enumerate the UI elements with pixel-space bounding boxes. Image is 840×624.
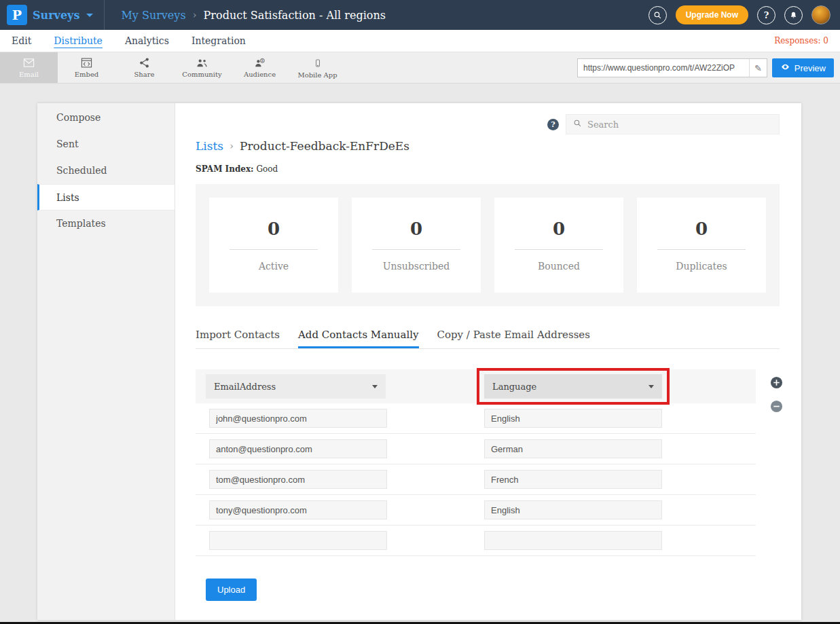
table-row <box>196 526 756 556</box>
list-breadcrumb: Lists › Product-Feedback-EnFrDeEs <box>196 139 780 153</box>
language-input[interactable] <box>484 500 662 519</box>
email-sidebar: Compose Sent Scheduled Lists Templates <box>37 103 175 620</box>
toolbar-item-label: Mobile App <box>297 71 337 79</box>
table-row <box>196 495 756 526</box>
distribute-toolbar: Email Embed Share Community $ Audience M… <box>0 52 840 84</box>
divider <box>515 249 603 250</box>
tab-import-contacts[interactable]: Import Contacts <box>196 329 280 348</box>
language-input[interactable] <box>484 470 662 489</box>
edit-url-pencil-icon[interactable]: ✎ <box>749 59 767 77</box>
select-value: Language <box>492 382 536 392</box>
email-input[interactable] <box>209 409 387 428</box>
stat-label: Duplicates <box>676 261 727 272</box>
spam-index-value: Good <box>256 164 278 174</box>
language-field-select[interactable]: Language <box>484 374 662 399</box>
contacts-table-header: EmailAddress Language <box>196 369 756 403</box>
search-box <box>566 114 780 134</box>
topbar-actions: Upgrade Now ? <box>649 5 840 24</box>
survey-url-input[interactable] <box>578 63 749 73</box>
tab-add-contacts-manually[interactable]: Add Contacts Manually <box>298 329 418 348</box>
email-input[interactable] <box>209 500 387 519</box>
tab-copy-paste-email-addresses[interactable]: Copy / Paste Email Addresses <box>437 329 590 348</box>
email-input[interactable] <box>209 531 387 550</box>
search-input[interactable] <box>587 120 772 130</box>
avatar[interactable] <box>811 5 830 24</box>
language-input[interactable] <box>484 439 662 458</box>
breadcrumb-separator-icon: › <box>193 9 197 21</box>
breadcrumb: My Surveys › Product Satisfaction - All … <box>121 9 386 22</box>
remove-row-button[interactable] <box>770 400 783 416</box>
table-row <box>196 434 756 464</box>
help-icon[interactable]: ? <box>757 6 775 24</box>
sidebar-item-sent[interactable]: Sent <box>37 131 175 158</box>
email-icon <box>22 57 36 69</box>
select-value: EmailAddress <box>214 382 276 392</box>
community-icon <box>195 57 209 69</box>
lists-content: ? Lists › Product-Feedback-EnFrDeEs SPAM… <box>175 103 801 620</box>
toolbar-item-mobile-app[interactable]: Mobile App <box>289 52 346 83</box>
tab-analytics[interactable]: Analytics <box>125 35 169 46</box>
stat-card-unsubscribed: 0 Unsubscribed <box>352 198 481 293</box>
toolbar-item-community[interactable]: Community <box>173 52 231 83</box>
notifications-bell-icon[interactable] <box>784 6 803 24</box>
sidebar-item-scheduled[interactable]: Scheduled <box>37 158 175 184</box>
topbar: P Surveys My Surveys › Product Satisfact… <box>0 0 840 30</box>
breadcrumb-lists-link[interactable]: Lists <box>196 139 223 153</box>
questionpro-logo-icon: P <box>7 5 27 25</box>
toolbar-item-label: Community <box>182 71 221 78</box>
email-input[interactable] <box>209 470 387 489</box>
language-input[interactable] <box>484 409 662 428</box>
tab-edit[interactable]: Edit <box>12 35 31 46</box>
spam-index-label: SPAM Index: <box>196 164 254 174</box>
sidebar-item-lists[interactable]: Lists <box>37 184 175 210</box>
preview-button[interactable]: Preview <box>772 58 834 77</box>
chevron-down-icon <box>649 385 654 388</box>
share-icon <box>138 57 151 69</box>
product-switcher[interactable]: P Surveys <box>0 0 105 30</box>
stat-value: 0 <box>695 219 708 239</box>
sidebar-item-compose[interactable]: Compose <box>37 105 175 131</box>
toolbar-item-label: Email <box>19 71 39 78</box>
page-title: Product Satisfaction - All regions <box>204 9 386 22</box>
toolbar-item-audience[interactable]: $ Audience <box>231 52 289 83</box>
email-input[interactable] <box>209 439 387 458</box>
eye-icon <box>780 62 790 73</box>
toolbar-item-share[interactable]: Share <box>115 52 173 83</box>
contacts-table: EmailAddress Language <box>196 369 756 620</box>
page-body: Compose Sent Scheduled Lists Templates ?… <box>0 84 840 622</box>
upload-button[interactable]: Upload <box>206 579 257 601</box>
stat-card-active: 0 Active <box>209 198 338 293</box>
spam-index: SPAM Index: Good <box>196 164 780 174</box>
stat-value: 0 <box>268 219 280 239</box>
toolbar-item-embed[interactable]: Embed <box>58 52 115 83</box>
content-top-row: ? <box>196 114 780 134</box>
audience-icon: $ <box>253 57 267 69</box>
tab-distribute[interactable]: Distribute <box>54 35 103 46</box>
sidebar-item-templates[interactable]: Templates <box>37 210 175 237</box>
divider <box>657 249 746 250</box>
responses-count[interactable]: Responses: 0 <box>774 36 828 45</box>
search-icon <box>573 118 582 130</box>
chevron-down-icon <box>86 14 93 17</box>
add-row-button[interactable] <box>770 376 783 392</box>
breadcrumb-my-surveys[interactable]: My Surveys <box>121 9 185 22</box>
toolbar-item-label: Audience <box>244 71 276 78</box>
row-controls <box>770 376 783 416</box>
divider <box>372 249 460 250</box>
toolbar-item-email[interactable]: Email <box>0 52 58 83</box>
search-icon[interactable] <box>649 6 667 24</box>
survey-nav: Edit Distribute Analytics Integration Re… <box>0 30 840 52</box>
language-input[interactable] <box>484 531 662 550</box>
toolbar-item-label: Share <box>134 71 155 78</box>
stat-label: Unsubscribed <box>383 261 450 272</box>
upgrade-button[interactable]: Upgrade Now <box>676 5 748 24</box>
help-icon[interactable]: ? <box>547 119 559 130</box>
email-address-field-select[interactable]: EmailAddress <box>206 374 386 399</box>
breadcrumb-separator-icon: › <box>230 140 234 152</box>
embed-icon <box>79 57 94 69</box>
product-name: Surveys <box>33 9 79 22</box>
list-name: Product-Feedback-EnFrDeEs <box>240 139 409 153</box>
list-stats: 0 Active 0 Unsubscribed 0 Bounced 0 <box>196 184 780 306</box>
email-distribution-panel: Compose Sent Scheduled Lists Templates ?… <box>37 103 801 620</box>
tab-integration[interactable]: Integration <box>191 35 246 46</box>
